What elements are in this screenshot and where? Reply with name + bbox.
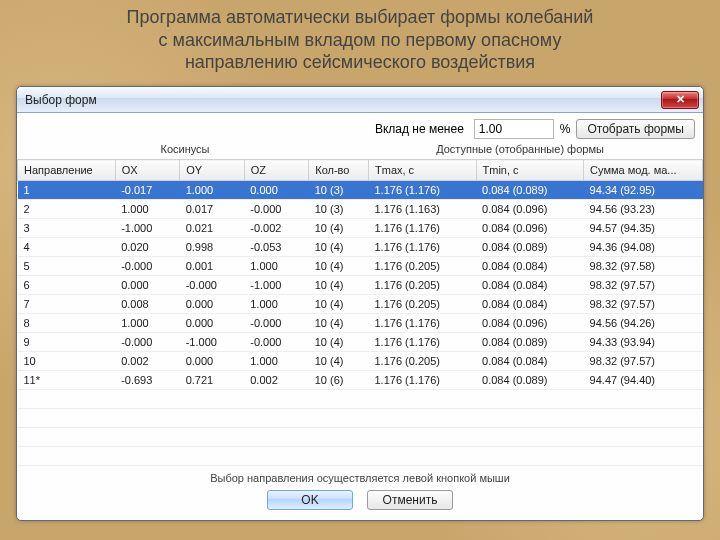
dialog-window: Выбор форм ✕ Вклад не менее % Отобрать ф…	[16, 86, 704, 521]
cell-oz: 1.000	[244, 295, 309, 314]
table-row[interactable]: 60.000-0.000-1.00010 (4)1.176 (0.205)0.0…	[18, 276, 703, 295]
cell-dir: 3	[18, 219, 116, 238]
cell-tmax: 1.176 (1.176)	[369, 219, 477, 238]
cell-dir: 9	[18, 333, 116, 352]
cell-ox: -0.000	[115, 333, 180, 352]
cell-ox: -0.693	[115, 371, 180, 390]
cell-dir: 11*	[18, 371, 116, 390]
cell-ox: -0.017	[115, 181, 180, 200]
cell-ox: 0.008	[115, 295, 180, 314]
cell-ox: 0.020	[115, 238, 180, 257]
table-row[interactable]: 100.0020.0001.00010 (4)1.176 (0.205)0.08…	[18, 352, 703, 371]
bottom-buttons: OK Отменить	[17, 486, 703, 520]
table-row[interactable]: 11*-0.6930.7210.00210 (6)1.176 (1.176)0.…	[18, 371, 703, 390]
close-button[interactable]: ✕	[661, 91, 699, 109]
cell-oy: 0.000	[180, 352, 245, 371]
col-tmin[interactable]: Tmin, c	[476, 160, 584, 181]
cell-tmax: 1.176 (0.205)	[369, 257, 477, 276]
cell-oy: 0.017	[180, 200, 245, 219]
cell-tmin: 0.084 (0.089)	[476, 333, 584, 352]
cell-oz: 0.000	[244, 181, 309, 200]
cell-dir: 5	[18, 257, 116, 276]
cell-sum: 94.34 (92.95)	[584, 181, 703, 200]
cell-tmin: 0.084 (0.089)	[476, 181, 584, 200]
cell-tmax: 1.176 (0.205)	[369, 276, 477, 295]
cell-dir: 10	[18, 352, 116, 371]
cell-sum: 94.56 (94.26)	[584, 314, 703, 333]
cell-tmin: 0.084 (0.084)	[476, 295, 584, 314]
caption-line2: с максимальным вкладом по первому опасно…	[24, 29, 696, 52]
cell-count: 10 (6)	[309, 371, 369, 390]
cell-oz: 1.000	[244, 352, 309, 371]
cell-sum: 94.33 (93.94)	[584, 333, 703, 352]
cell-tmax: 1.176 (1.176)	[369, 333, 477, 352]
cell-oy: 0.721	[180, 371, 245, 390]
group-header-forms: Доступные (отобранные) формы	[345, 143, 695, 155]
col-oy[interactable]: OY	[180, 160, 245, 181]
cell-oy: -0.000	[180, 276, 245, 295]
cell-tmin: 0.084 (0.096)	[476, 314, 584, 333]
unit-label: %	[560, 122, 571, 136]
col-tmax[interactable]: Tmax, c	[369, 160, 477, 181]
col-oz[interactable]: OZ	[244, 160, 309, 181]
cell-tmax: 1.176 (1.176)	[369, 238, 477, 257]
col-ox[interactable]: OX	[115, 160, 180, 181]
cell-count: 10 (4)	[309, 238, 369, 257]
cell-oz: -1.000	[244, 276, 309, 295]
col-direction[interactable]: Направление	[18, 160, 116, 181]
table-row[interactable]: 3-1.0000.021-0.00210 (4)1.176 (1.176)0.0…	[18, 219, 703, 238]
cell-oz: 1.000	[244, 257, 309, 276]
cell-ox: 1.000	[115, 314, 180, 333]
window-title: Выбор форм	[25, 93, 661, 107]
forms-table: Направление OX OY OZ Кол-во Tmax, c Tmin…	[17, 159, 703, 466]
cell-sum: 94.57 (94.35)	[584, 219, 703, 238]
slide-caption: Программа автоматически выбирает формы к…	[0, 0, 720, 76]
cell-dir: 2	[18, 200, 116, 219]
table-row[interactable]: 40.0200.998-0.05310 (4)1.176 (1.176)0.08…	[18, 238, 703, 257]
cell-ox: -0.000	[115, 257, 180, 276]
cell-sum: 98.32 (97.57)	[584, 352, 703, 371]
cell-dir: 4	[18, 238, 116, 257]
col-count[interactable]: Кол-во	[309, 160, 369, 181]
cell-oz: -0.000	[244, 333, 309, 352]
table-row-empty	[18, 428, 703, 447]
cell-sum: 98.32 (97.57)	[584, 295, 703, 314]
cell-tmin: 0.084 (0.084)	[476, 276, 584, 295]
table-row[interactable]: 5-0.0000.0011.00010 (4)1.176 (0.205)0.08…	[18, 257, 703, 276]
cell-count: 10 (4)	[309, 314, 369, 333]
cell-oz: -0.053	[244, 238, 309, 257]
table-row[interactable]: 81.0000.000-0.00010 (4)1.176 (1.176)0.08…	[18, 314, 703, 333]
cell-tmax: 1.176 (0.205)	[369, 295, 477, 314]
cell-sum: 94.47 (94.40)	[584, 371, 703, 390]
cell-tmax: 1.176 (1.163)	[369, 200, 477, 219]
cell-dir: 7	[18, 295, 116, 314]
table-row[interactable]: 70.0080.0001.00010 (4)1.176 (0.205)0.084…	[18, 295, 703, 314]
cancel-button[interactable]: Отменить	[367, 490, 453, 510]
cell-oy: 0.001	[180, 257, 245, 276]
toolbar: Вклад не менее % Отобрать формы	[17, 113, 703, 141]
table-row[interactable]: 1-0.0171.0000.00010 (3)1.176 (1.176)0.08…	[18, 181, 703, 200]
cell-oy: 0.000	[180, 295, 245, 314]
table-row[interactable]: 21.0000.017-0.00010 (3)1.176 (1.163)0.08…	[18, 200, 703, 219]
cell-tmin: 0.084 (0.089)	[476, 371, 584, 390]
cell-oy: 0.998	[180, 238, 245, 257]
contribution-input[interactable]	[474, 119, 554, 139]
cell-count: 10 (3)	[309, 181, 369, 200]
cell-sum: 94.36 (94.08)	[584, 238, 703, 257]
cell-oy: 0.021	[180, 219, 245, 238]
table-row[interactable]: 9-0.000-1.000-0.00010 (4)1.176 (1.176)0.…	[18, 333, 703, 352]
contribution-label: Вклад не менее	[375, 122, 464, 136]
cell-dir: 8	[18, 314, 116, 333]
titlebar[interactable]: Выбор форм ✕	[17, 87, 703, 113]
select-forms-button[interactable]: Отобрать формы	[576, 119, 695, 139]
cell-sum: 94.56 (93.23)	[584, 200, 703, 219]
cell-ox: 0.002	[115, 352, 180, 371]
cell-ox: -1.000	[115, 219, 180, 238]
cell-tmax: 1.176 (1.176)	[369, 314, 477, 333]
ok-button[interactable]: OK	[267, 490, 353, 510]
cell-dir: 6	[18, 276, 116, 295]
table-header-row: Направление OX OY OZ Кол-во Tmax, c Tmin…	[18, 160, 703, 181]
col-sum[interactable]: Сумма мод. ма...	[584, 160, 703, 181]
cell-oz: -0.002	[244, 219, 309, 238]
cell-count: 10 (4)	[309, 295, 369, 314]
